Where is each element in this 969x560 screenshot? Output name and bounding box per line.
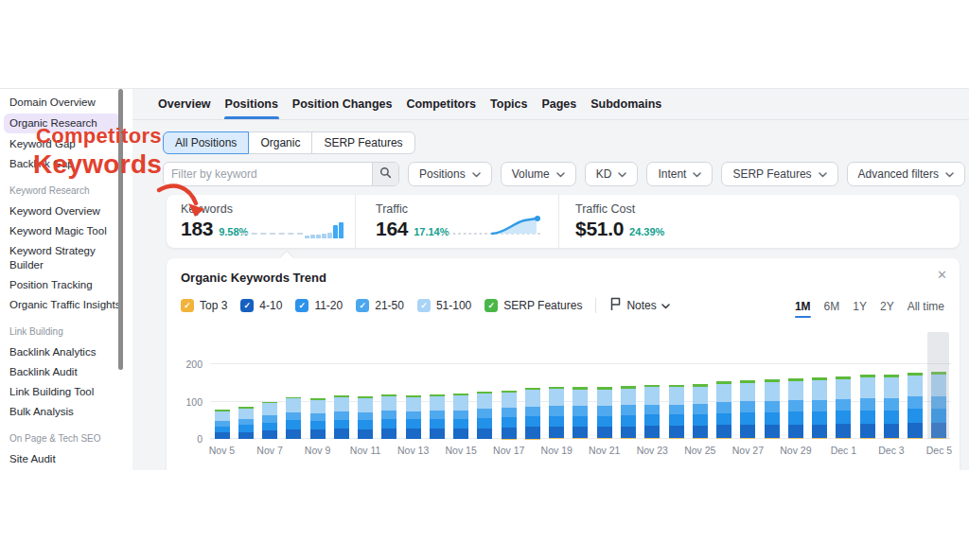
sidebar-item-organic-research[interactable]: Organic Research (4, 114, 121, 133)
tab-competitors[interactable]: Competitors (405, 89, 477, 119)
tab-pages[interactable]: Pages (540, 89, 577, 119)
sidebar-item-bulk-analysis[interactable]: Bulk Analysis (0, 402, 132, 422)
x-tick-cell (855, 445, 879, 456)
range-6m[interactable]: 6M (824, 300, 840, 318)
chart-bar[interactable] (210, 332, 234, 439)
filter-dropdown-advanced-filters[interactable]: Advanced filters (847, 162, 965, 186)
range-1y[interactable]: 1Y (853, 300, 867, 318)
chevron-down-icon (661, 299, 670, 312)
sidebar-section-on-page-tech-seo: On Page & Tech SEO (0, 422, 132, 449)
chart-bar[interactable] (282, 332, 306, 439)
tab-positions[interactable]: Positions (224, 89, 279, 119)
chart-bar[interactable] (497, 332, 520, 439)
sidebar-item-domain-overview[interactable]: Domain Overview (0, 93, 132, 113)
notes-button[interactable]: Notes (609, 297, 669, 314)
x-tick-cell: Nov 5 (210, 445, 234, 456)
sidebar-item-site-audit[interactable]: Site Audit (0, 449, 132, 469)
tab-subdomains[interactable]: Subdomains (590, 89, 662, 119)
chart-bar[interactable] (664, 332, 688, 439)
sidebar-item-keyword-strategy-builder[interactable]: Keyword Strategy Builder (0, 241, 132, 275)
position-filter-serp-features[interactable]: SERP Features (311, 131, 414, 154)
tab-topics[interactable]: Topics (489, 89, 528, 119)
legend-21-50[interactable]: ✓21-50 (356, 299, 404, 312)
x-tick-cell: Nov 27 (736, 445, 760, 456)
screenshot-root: Domain OverviewOrganic ResearchKeyword G… (0, 0, 969, 560)
chart-bar[interactable] (329, 332, 353, 439)
legend-label: Top 3 (200, 299, 227, 312)
sidebar-item-keyword-overview[interactable]: Keyword Overview (0, 201, 132, 221)
metric-value: $51.0 (575, 218, 624, 240)
sidebar-item-backlink-audit[interactable]: Backlink Audit (0, 362, 132, 382)
chart-bar[interactable] (520, 332, 544, 439)
keyword-filter-input[interactable] (164, 163, 372, 185)
chart-bar[interactable] (306, 332, 329, 439)
position-filter-organic[interactable]: Organic (248, 131, 312, 154)
x-tick-cell: Nov 15 (449, 445, 473, 456)
chart-bar[interactable] (617, 332, 641, 439)
range-all-time[interactable]: All time (907, 300, 944, 318)
range-2y[interactable]: 2Y (880, 300, 894, 318)
chart-bar[interactable] (473, 332, 497, 439)
chart-bar[interactable] (234, 332, 257, 439)
filter-dropdown-intent[interactable]: Intent (646, 162, 713, 186)
sidebar-item-keyword-magic-tool[interactable]: Keyword Magic Tool (0, 221, 132, 241)
chart-bar[interactable] (784, 332, 807, 439)
chart-bar[interactable] (425, 332, 449, 439)
position-filter-all-positions[interactable]: All Positions (163, 131, 249, 154)
chart-bar[interactable] (545, 332, 569, 439)
chart-bar[interactable] (713, 332, 736, 439)
x-tick-label: Nov 9 (305, 445, 330, 456)
x-tick-label: Nov 7 (256, 445, 282, 456)
legend-serp-features[interactable]: ✓SERP Features (484, 299, 582, 312)
chart-bar[interactable] (449, 332, 473, 439)
legend-11-20[interactable]: ✓11-20 (295, 299, 343, 312)
legend-4-10[interactable]: ✓4-10 (240, 299, 282, 312)
legend-checkbox-4-10: ✓ (240, 299, 254, 312)
search-button[interactable] (372, 163, 398, 185)
chart-bar[interactable] (354, 332, 378, 439)
sidebar-item-on-page-seo-checker[interactable]: On Page SEO Checker (0, 469, 132, 470)
chart-bar[interactable] (592, 332, 616, 439)
chart-bar[interactable] (378, 332, 401, 439)
chevron-down-icon (472, 167, 481, 181)
filter-dropdown-volume[interactable]: Volume (501, 162, 576, 186)
metric-value: 164 (376, 218, 408, 240)
sidebar-item-link-building-tool[interactable]: Link Building Tool (0, 382, 132, 402)
sidebar-item-position-tracking[interactable]: Position Tracking (0, 275, 132, 295)
filter-dropdown-positions[interactable]: Positions (408, 162, 492, 186)
chart-bar[interactable] (855, 332, 879, 439)
legend-51-100[interactable]: ✓51-100 (417, 299, 471, 312)
sidebar-scrollbar[interactable] (118, 89, 123, 370)
legend-label: 11-20 (314, 299, 343, 312)
sidebar-item-backlink-gap[interactable]: Backlink Gap (0, 154, 132, 174)
chart-bar[interactable] (808, 332, 832, 439)
tab-position-changes[interactable]: Position Changes (291, 89, 394, 119)
filter-dropdown-serp-features[interactable]: SERP Features (721, 162, 837, 186)
sidebar-item-organic-traffic-insights[interactable]: Organic Traffic Insights (0, 295, 132, 315)
metric-keywords[interactable]: Keywords 183 9.58% (167, 195, 355, 248)
chart-bar[interactable] (569, 332, 592, 439)
close-icon[interactable]: ✕ (937, 268, 947, 283)
sidebar-item-backlink-analytics[interactable]: Backlink Analytics (0, 342, 132, 362)
filter-dropdown-label: KD (596, 167, 612, 181)
chart-bar[interactable] (760, 332, 784, 439)
chart-bar[interactable] (688, 332, 712, 439)
chart-bar[interactable] (879, 332, 903, 439)
range-1m[interactable]: 1M (795, 300, 811, 318)
tab-overview[interactable]: Overview (157, 89, 212, 119)
chart-bar[interactable] (832, 332, 855, 439)
filter-dropdown-kd[interactable]: KD (585, 162, 639, 186)
filter-bar: PositionsVolumeKDIntentSERP FeaturesAdva… (163, 162, 969, 186)
legend-top-3[interactable]: ✓Top 3 (181, 299, 227, 312)
chart-bar[interactable] (401, 332, 425, 439)
metric-traffic[interactable]: Traffic 164 17.14% (355, 195, 558, 248)
metric-traffic-cost[interactable]: Traffic Cost $51.0 24.39% (558, 195, 960, 248)
chart-bar[interactable] (641, 332, 664, 439)
sidebar-item-keyword-gap[interactable]: Keyword Gap (0, 134, 132, 154)
chart-bar[interactable] (736, 332, 760, 439)
chart-bar[interactable] (258, 332, 282, 439)
legend-label: 51-100 (436, 299, 471, 312)
x-tick-label: Nov 13 (397, 445, 429, 456)
chart-bar[interactable] (904, 332, 927, 439)
tab-bar: OverviewPositionsPosition ChangesCompeti… (132, 89, 969, 120)
